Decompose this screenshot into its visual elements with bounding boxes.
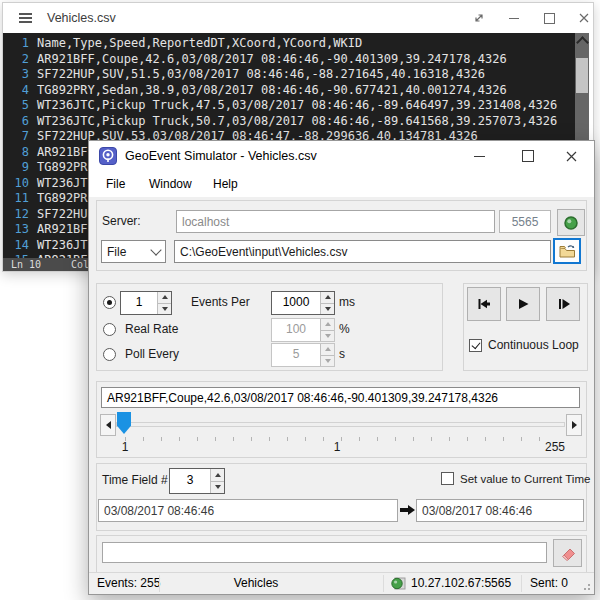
- spin-down-button[interactable]: [158, 303, 171, 315]
- menu-help[interactable]: Help: [213, 171, 238, 197]
- server-host-input[interactable]: localhost: [176, 210, 495, 233]
- skip-to-start-icon: [476, 296, 492, 312]
- poll-value: 5: [272, 344, 320, 366]
- real-rate-label: Real Rate: [125, 318, 178, 340]
- menu-file[interactable]: File: [106, 171, 125, 197]
- spin-down-button[interactable]: [321, 355, 334, 367]
- continuous-loop-checkbox[interactable]: [469, 339, 482, 352]
- maximize-icon: [544, 13, 555, 24]
- code-line[interactable]: 6WT236JTC,Pickup Truck,50.7,03/08/2017 0…: [3, 114, 575, 130]
- real-rate-spinner[interactable]: 100: [271, 318, 335, 342]
- code-line[interactable]: 4TG892PRY,Sedan,38.9,03/08/2017 08:46:46…: [3, 83, 575, 99]
- simulator-statusbar: Events: 255 Vehicles 10.27.102.67:5565 S…: [89, 572, 594, 594]
- source-path-input[interactable]: C:\GeoEvent\input\Vehicles.csv: [174, 240, 551, 263]
- scrollbar-thumb[interactable]: [576, 58, 588, 93]
- simulation-name-status: Vehicles: [234, 573, 279, 594]
- spin-down-button[interactable]: [321, 330, 334, 342]
- editor-close-button[interactable]: [570, 3, 598, 33]
- arrow-up-icon: [325, 295, 331, 299]
- real-rate-radio[interactable]: [103, 323, 116, 336]
- spin-down-button[interactable]: [211, 481, 224, 494]
- code-line[interactable]: 2AR921BFF,Coupe,42.6,03/08/2017 08:46:46…: [3, 52, 575, 68]
- editor-minimize-button[interactable]: [500, 3, 528, 33]
- minimize-icon: [509, 18, 519, 19]
- close-icon: [566, 151, 577, 162]
- editor-expand-button[interactable]: [465, 3, 493, 33]
- scroll-up-icon: [576, 36, 589, 49]
- source-type-dropdown[interactable]: File: [101, 240, 166, 263]
- spin-up-button[interactable]: [321, 319, 334, 330]
- editor-window-title: Vehicles.csv: [47, 3, 116, 33]
- line-number: 2: [3, 52, 37, 68]
- connect-button[interactable]: [557, 209, 585, 236]
- events-count-status: Events: 255: [97, 573, 160, 594]
- line-text: AR921BF: [37, 145, 88, 159]
- play-button[interactable]: [506, 287, 540, 321]
- spinner-buttons: [320, 344, 334, 366]
- arrow-right-icon: [572, 421, 577, 429]
- column-indicator: Col: [71, 258, 89, 271]
- event-slider-track[interactable]: [116, 422, 565, 427]
- editor-maximize-button[interactable]: [535, 3, 563, 33]
- code-line[interactable]: 5WT236JTC,Pickup Truck,47.5,03/08/2017 0…: [3, 98, 575, 114]
- arrow-down-icon: [325, 307, 331, 311]
- time-to-field[interactable]: 03/08/2017 08:46:46: [416, 499, 584, 522]
- simulator-titlebar: GeoEvent Simulator - Vehicles.csv: [89, 141, 594, 171]
- line-text: TG892PRY,Sedan,38.9,03/08/2017 08:46:46,…: [37, 83, 507, 97]
- code-line[interactable]: 1Name,Type,Speed,ReportedDT,XCoord,YCoor…: [3, 36, 575, 52]
- resize-grip[interactable]: [588, 588, 590, 590]
- time-field-spinner[interactable]: 3: [169, 468, 225, 494]
- events-count-spinner[interactable]: 1: [120, 291, 172, 315]
- poll-every-radio[interactable]: [103, 348, 116, 361]
- clear-log-button[interactable]: [553, 539, 582, 567]
- step-forward-button[interactable]: [546, 287, 580, 321]
- spin-up-button[interactable]: [211, 469, 224, 481]
- arrow-down-icon: [215, 485, 221, 489]
- arrow-down-icon: [325, 334, 331, 338]
- continuous-loop-label: Continuous Loop: [488, 337, 579, 353]
- events-per-label: Events Per: [191, 291, 250, 313]
- expand-diagonal-icon: [473, 12, 485, 24]
- line-text: WT236JTC,Pickup Truck,47.5,03/08/2017 08…: [37, 98, 557, 112]
- server-port-input[interactable]: 5565: [499, 210, 551, 233]
- slider-left-button[interactable]: [100, 414, 116, 436]
- line-text: Name,Type,Speed,ReportedDT,XCoord,YCoord…: [37, 36, 362, 50]
- simulator-maximize-button[interactable]: [512, 141, 544, 171]
- arrow-down-icon: [162, 307, 168, 311]
- chevron-down-icon: [150, 244, 161, 255]
- menu-hamburger-icon[interactable]: [19, 13, 32, 15]
- current-event-field[interactable]: AR921BFF,Coupe,42.6,03/08/2017 08:46:46,…: [101, 387, 580, 408]
- line-number: 10: [3, 176, 37, 192]
- spinner-buttons: [320, 292, 334, 314]
- code-line[interactable]: 3SF722HUP,SUV,51.5,03/08/2017 08:46:46,-…: [3, 67, 575, 83]
- server-label: Server:: [102, 210, 141, 233]
- menubar: File Window Help: [89, 171, 594, 197]
- interval-spinner[interactable]: 1000: [271, 291, 335, 315]
- log-field[interactable]: [102, 542, 547, 563]
- arrow-up-icon: [325, 347, 331, 351]
- interval-value: 1000: [272, 292, 320, 314]
- geoevent-logo-icon: [99, 147, 117, 165]
- poll-every-label: Poll Every: [125, 343, 179, 365]
- time-from-field[interactable]: 03/08/2017 08:46:46: [98, 499, 398, 522]
- connection-status-icon: [390, 576, 406, 591]
- spin-down-button[interactable]: [321, 303, 334, 315]
- line-number: 1: [3, 36, 37, 52]
- browse-file-button[interactable]: [553, 238, 581, 264]
- events-per-radio[interactable]: [103, 296, 116, 309]
- menu-window[interactable]: Window: [149, 171, 192, 197]
- spinner-buttons: [320, 319, 334, 341]
- simulator-minimize-button[interactable]: [463, 141, 495, 171]
- spin-up-button[interactable]: [158, 292, 171, 303]
- slider-right-button[interactable]: [566, 414, 582, 436]
- line-text: SF722HU: [37, 207, 88, 221]
- step-to-beginning-button[interactable]: [467, 287, 501, 321]
- spin-up-button[interactable]: [321, 292, 334, 303]
- time-field-value: 3: [170, 469, 210, 493]
- arrow-up-icon: [215, 473, 221, 477]
- set-current-time-checkbox[interactable]: [441, 472, 454, 485]
- line-text: AR921BFF,Coupe,42.6,03/08/2017 08:46:46,…: [37, 52, 507, 66]
- spin-up-button[interactable]: [321, 344, 334, 355]
- poll-spinner[interactable]: 5: [271, 343, 335, 367]
- simulator-close-button[interactable]: [555, 141, 587, 171]
